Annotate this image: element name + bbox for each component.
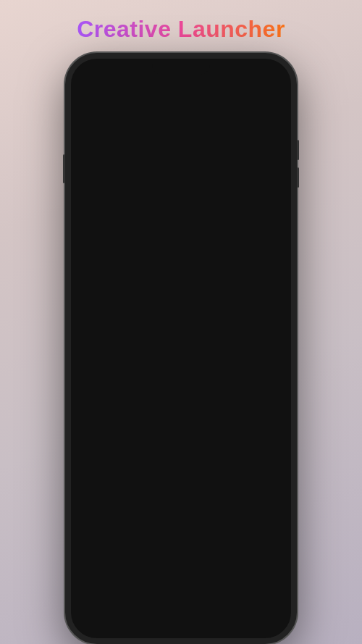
youtube-app[interactable]: YouTube xyxy=(87,248,127,297)
boost-ring: 45% xyxy=(94,325,120,351)
facebook-label: Facebook xyxy=(190,289,221,297)
theme-label: Theme xyxy=(146,360,167,368)
search-bar[interactable]: Google 🎤 xyxy=(84,82,278,111)
yt-play-triangle xyxy=(104,262,114,273)
svg-point-12 xyxy=(153,335,159,341)
toolbox-cell-3: 🌐 xyxy=(239,343,254,351)
facebook-icon: f xyxy=(187,248,224,286)
mic-icon[interactable]: 🎤 xyxy=(255,89,269,104)
phone-screen: Google 🎤 10:42 AM Dec 15 Tuesday ? N/A xyxy=(71,59,291,638)
toolbox-app[interactable]: 📺 📷 🌐 📱 Tool box xyxy=(235,319,275,376)
spotify-bar-2 xyxy=(247,267,263,269)
dock-messages-icon xyxy=(140,583,177,619)
creative-settings-app[interactable]: Creative Setti... xyxy=(185,319,226,376)
toolbox-cell-1: 📺 xyxy=(239,326,254,334)
instagram-circle xyxy=(152,263,161,272)
volume-up-button[interactable] xyxy=(297,140,299,160)
boost-icon: 45% xyxy=(88,319,126,357)
spotify-icon xyxy=(236,248,274,286)
instagram-app[interactable]: Instagram xyxy=(136,248,177,297)
sliders-icon xyxy=(194,329,217,348)
slider-row-3 xyxy=(194,343,217,348)
volume-down-button[interactable] xyxy=(297,167,299,188)
dock-messages-app[interactable] xyxy=(140,583,177,619)
instagram-label: Instagram xyxy=(141,289,172,297)
facebook-app[interactable]: f Facebook xyxy=(185,248,226,297)
weather-value: N/A xyxy=(259,143,272,151)
boost-label: Boost xyxy=(98,360,116,368)
social-apps-row: YouTube Instagram f Facebook xyxy=(71,248,291,297)
slider-row-1 xyxy=(194,329,217,333)
phone-call-icon xyxy=(104,592,122,611)
instagram-inner xyxy=(146,257,167,277)
dock-phone-app[interactable] xyxy=(95,583,131,619)
svg-point-16 xyxy=(201,598,208,605)
pro-version-app[interactable]: Pro Version xyxy=(87,188,125,236)
time-widget: 10:42 AM Dec 15 Tuesday xyxy=(87,122,167,160)
youtube-label: YouTube xyxy=(93,289,120,297)
email-icon xyxy=(240,592,259,611)
toolbox-cell-2: 📷 xyxy=(256,326,272,334)
instagram-dot xyxy=(160,261,163,264)
diamond-icon xyxy=(95,197,117,216)
dock xyxy=(83,576,279,627)
pro-version-label: Pro Version xyxy=(88,228,123,236)
youtube-icon xyxy=(88,248,126,286)
tools-apps-row: 45% Boost xyxy=(71,319,291,376)
clock-date: Dec 15 Tuesday xyxy=(87,151,167,160)
status-bar xyxy=(71,59,291,79)
weather-cloud-icon: ? xyxy=(252,122,278,141)
spotify-bar-3 xyxy=(248,270,261,272)
yt-logo xyxy=(94,258,120,277)
dock-phone-icon xyxy=(95,583,131,619)
dock-chrome-app[interactable] xyxy=(186,583,222,619)
toolbox-cell-4: 📱 xyxy=(256,343,272,351)
spotify-app[interactable]: Spotify xyxy=(235,248,275,297)
theme-icon xyxy=(138,319,175,357)
clock-time: 10:42 xyxy=(87,122,152,150)
phone-wrapper: Google 🎤 10:42 AM Dec 15 Tuesday ? N/A xyxy=(65,53,297,644)
messages-icon xyxy=(149,592,168,611)
dock-chrome-icon xyxy=(186,583,222,619)
app-title: Creative Launcher xyxy=(77,16,285,43)
spotify-label: Spotify xyxy=(244,289,265,297)
power-button[interactable] xyxy=(63,154,65,183)
creative-settings-label: Creative Setti... xyxy=(185,360,226,376)
spotify-bars xyxy=(243,262,266,272)
spotify-bar-1 xyxy=(245,262,264,264)
boost-percent: 45% xyxy=(100,335,114,343)
instagram-icon xyxy=(138,248,175,286)
weather-widget: ? N/A xyxy=(252,122,278,151)
svg-text:?: ? xyxy=(262,131,266,139)
dock-email-app[interactable] xyxy=(232,583,268,619)
slider-row-2 xyxy=(194,336,217,340)
boost-app[interactable]: 45% Boost xyxy=(87,319,127,376)
theme-app[interactable]: Theme xyxy=(136,319,177,376)
toolbox-icon: 📺 📷 🌐 📱 xyxy=(236,319,274,357)
toolbox-label: Tool box xyxy=(242,360,267,368)
dock-email-icon xyxy=(232,583,268,619)
google-logo: Google xyxy=(93,89,138,104)
theme-flower-icon xyxy=(145,327,168,350)
clock-ampm: AM xyxy=(154,126,167,134)
creative-settings-icon xyxy=(187,319,224,357)
chrome-browser-icon xyxy=(192,589,216,614)
pro-version-icon xyxy=(87,188,125,225)
